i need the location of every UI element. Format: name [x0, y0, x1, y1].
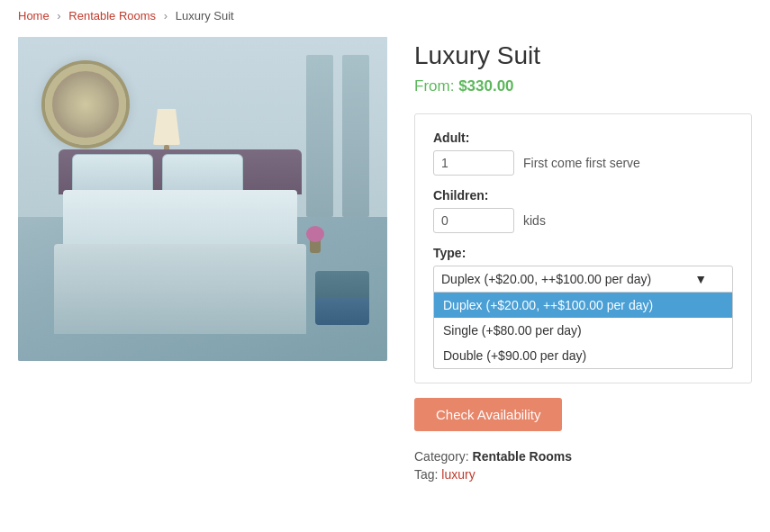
type-dropdown-trigger[interactable]: Duplex (+$20.00, ++$100.00 per day) ▼	[433, 266, 733, 293]
tag-value[interactable]: luxury	[441, 467, 475, 482]
children-suffix: kids	[523, 213, 546, 228]
type-selected-label: Duplex (+$20.00, ++$100.00 per day)	[441, 272, 651, 286]
type-dropdown-menu: Duplex (+$20.00, ++$100.00 per day) Sing…	[433, 293, 733, 369]
dropdown-arrow-icon: ▼	[694, 272, 707, 286]
type-dropdown-container: Duplex (+$20.00, ++$100.00 per day) ▼ Du…	[433, 266, 733, 293]
children-row: Children: kids	[433, 188, 733, 233]
category-value: Rentable Rooms	[473, 449, 572, 464]
price-value: $330.00	[458, 77, 513, 95]
breadcrumb-sep1: ›	[57, 9, 60, 23]
curtain-left	[306, 55, 333, 217]
bed	[54, 190, 306, 334]
type-label: Type:	[433, 246, 733, 260]
children-label: Children:	[433, 188, 733, 203]
detail-panel: Luxury Suit From: $330.00 Adult: First c…	[414, 37, 752, 485]
dropdown-option-double[interactable]: Double (+$90.00 per day)	[434, 343, 732, 368]
category-row: Category: Rentable Rooms	[414, 449, 752, 464]
check-availability-button[interactable]: Check Availability	[414, 398, 562, 431]
children-input[interactable]	[433, 208, 514, 233]
adult-input[interactable]	[433, 150, 514, 176]
type-row: Type: Duplex (+$20.00, ++$100.00 per day…	[433, 246, 733, 293]
breadcrumb-sep2: ›	[164, 9, 168, 23]
room-title: Luxury Suit	[414, 41, 752, 70]
curtain-right	[342, 55, 369, 217]
tag-label: Tag:	[414, 467, 438, 482]
main-content: Luxury Suit From: $330.00 Adult: First c…	[18, 37, 752, 485]
booking-form: Adult: First come first serve Children: …	[414, 113, 752, 383]
meta-section: Category: Rentable Rooms Tag: luxury	[414, 449, 752, 482]
room-price: From: $330.00	[414, 77, 752, 95]
category-label: Category:	[414, 449, 469, 464]
dropdown-option-single[interactable]: Single (+$80.00 per day)	[434, 318, 732, 343]
room-image	[18, 37, 387, 361]
breadcrumb: Home › Rentable Rooms › Luxury Suit	[18, 9, 752, 23]
price-from-label: From:	[414, 77, 454, 95]
adult-row: Adult: First come first serve	[433, 131, 733, 176]
breadcrumb-current: Luxury Suit	[176, 9, 234, 23]
chair	[315, 280, 369, 343]
dropdown-option-duplex[interactable]: Duplex (+$20.00, ++$100.00 per day)	[434, 293, 732, 318]
adult-input-row: First come first serve	[433, 150, 733, 176]
breadcrumb-parent[interactable]: Rentable Rooms	[68, 9, 156, 23]
adult-suffix: First come first serve	[523, 156, 640, 170]
adult-label: Adult:	[433, 131, 733, 145]
children-input-row: kids	[433, 208, 733, 233]
tag-row: Tag: luxury	[414, 467, 752, 482]
breadcrumb-home[interactable]: Home	[18, 9, 50, 23]
flowers	[306, 226, 324, 253]
mirror-decor	[45, 64, 126, 145]
